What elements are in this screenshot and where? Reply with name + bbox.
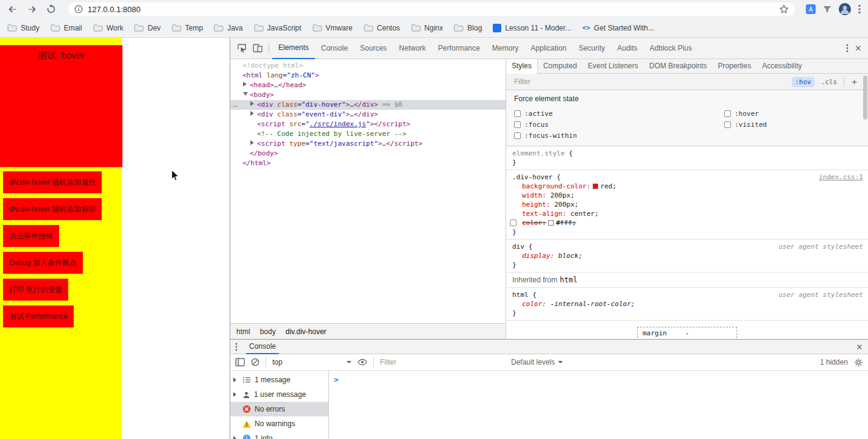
- dom-node-body[interactable]: <body>: [230, 90, 506, 100]
- margin-top-value[interactable]: -: [638, 329, 736, 337]
- refresh-button[interactable]: [45, 3, 57, 15]
- drawer-close-icon[interactable]: [856, 343, 863, 351]
- bookmark-folder[interactable]: Blog: [454, 24, 482, 32]
- hover-test-box[interactable]: 测试 :hover: [0, 45, 122, 167]
- page-button[interactable]: div.div-hover 随机添加属性: [3, 171, 102, 193]
- tab-application[interactable]: Application: [524, 38, 573, 59]
- dom-node-div-hover[interactable]: …<div class="div-hover">…</div> == $0: [230, 100, 506, 110]
- bookmark-folder[interactable]: Study: [7, 24, 40, 32]
- device-toolbar-icon[interactable]: [250, 40, 266, 56]
- css-declaration[interactable]: display: block;: [512, 251, 863, 260]
- bookmark-folder[interactable]: Work: [93, 24, 124, 32]
- tab-performance[interactable]: Performance: [432, 38, 486, 59]
- tab-memory[interactable]: Memory: [486, 38, 524, 59]
- tab-event-listeners[interactable]: Event Listeners: [582, 59, 644, 74]
- site-info-icon[interactable]: [74, 5, 83, 13]
- devtools-menu-icon[interactable]: [846, 44, 849, 52]
- tab-sources[interactable]: Sources: [354, 38, 393, 59]
- element-classes-button[interactable]: .cls: [818, 77, 841, 87]
- styles-scrollbar[interactable]: [863, 74, 868, 339]
- back-button[interactable]: [6, 3, 18, 15]
- breadcrumb-html[interactable]: html: [236, 327, 250, 336]
- bookmark-folder[interactable]: Nginx: [411, 24, 443, 32]
- forward-button[interactable]: [26, 3, 38, 15]
- tab-dom-breakpoints[interactable]: DOM Breakpoints: [644, 59, 713, 74]
- expand-arrow-icon[interactable]: [233, 436, 239, 439]
- css-rule-div-hover[interactable]: .div-hover {index.css:1 background-color…: [506, 170, 868, 240]
- tab-console-drawer[interactable]: Console: [246, 340, 279, 354]
- css-rule-html[interactable]: html {user agent stylesheet color: -inte…: [506, 288, 868, 321]
- console-filter-input[interactable]: Filter: [380, 358, 505, 366]
- element-style-rule[interactable]: element.style { }: [506, 146, 868, 170]
- translate-extension-icon[interactable]: A: [806, 4, 816, 14]
- tab-styles[interactable]: Styles: [506, 59, 538, 74]
- breadcrumb-body[interactable]: body: [260, 327, 276, 336]
- tab-network[interactable]: Network: [393, 38, 432, 59]
- new-style-rule-button[interactable]: +: [848, 76, 861, 88]
- more-actions-marker[interactable]: …: [233, 100, 238, 110]
- inherited-node-link[interactable]: html: [560, 276, 577, 284]
- console-filter-warnings[interactable]: No warnings: [230, 416, 328, 431]
- expand-arrow-icon[interactable]: [233, 377, 239, 382]
- console-filter-errors[interactable]: No errors: [230, 402, 328, 416]
- console-sidebar-toggle-icon[interactable]: [235, 358, 245, 366]
- live-expression-eye-icon[interactable]: [358, 359, 367, 366]
- bookmark-folder[interactable]: Email: [51, 24, 82, 32]
- console-filter-user-messages[interactable]: 1 user message: [230, 387, 328, 402]
- scrollbar-thumb[interactable]: [863, 76, 867, 120]
- dropdown-extension-icon[interactable]: [823, 5, 831, 13]
- tab-computed[interactable]: Computed: [538, 59, 582, 74]
- state-focus[interactable]: :focus: [514, 119, 724, 130]
- dom-node-comment[interactable]: <!-- Code injected by live-server -->: [230, 129, 506, 139]
- toggle-element-state-button[interactable]: :hov: [792, 77, 814, 87]
- expand-arrow-icon[interactable]: [250, 139, 257, 149]
- dom-node-script-src[interactable]: <script src="./src/index.js"></script>: [230, 120, 506, 129]
- console-settings-gear-icon[interactable]: [854, 358, 863, 367]
- checkbox[interactable]: [514, 132, 521, 139]
- console-prompt-icon[interactable]: >: [334, 375, 339, 384]
- resource-link[interactable]: ./src/index.js: [309, 120, 366, 128]
- tab-console[interactable]: Console: [315, 38, 354, 59]
- checkbox[interactable]: [724, 121, 731, 128]
- clear-console-icon[interactable]: [251, 358, 259, 366]
- dom-node-doctype[interactable]: <!doctype html>: [230, 61, 506, 71]
- javascript-context-select[interactable]: top: [272, 358, 351, 366]
- bookmark-folder[interactable]: Java: [214, 24, 242, 32]
- page-button[interactable]: 测试 Performance: [3, 305, 74, 327]
- color-swatch[interactable]: [548, 220, 554, 226]
- dom-node-head[interactable]: <head>…</head>: [230, 80, 506, 90]
- expand-arrow-icon[interactable]: [233, 392, 239, 397]
- dom-node-event-div[interactable]: <div class="event-div">…</div>: [230, 110, 506, 120]
- state-visited[interactable]: :visited: [724, 119, 868, 130]
- dom-node-script-inline[interactable]: <script type="text/javascript">…</script…: [230, 139, 506, 149]
- css-declaration-disabled[interactable]: color:#fff;: [512, 218, 863, 227]
- tab-accessibility[interactable]: Accessibility: [757, 59, 807, 74]
- bookmark-folder[interactable]: Vmware: [312, 24, 353, 32]
- console-filter-messages[interactable]: 1 message: [230, 373, 328, 387]
- breadcrumb-div-hover[interactable]: div.div-hover: [286, 327, 326, 336]
- css-declaration[interactable]: width: 200px;: [512, 191, 863, 200]
- checkbox[interactable]: [514, 110, 521, 117]
- url-text[interactable]: 127.0.0.1:8080: [88, 5, 141, 14]
- page-button[interactable]: 点击事件报错: [3, 225, 59, 247]
- page-button[interactable]: div.div-hover 随机添加标签: [3, 198, 102, 220]
- bookmark-folder[interactable]: Centos: [364, 24, 400, 32]
- stylesheet-source-link[interactable]: index.css:1: [819, 173, 863, 182]
- expand-arrow-icon[interactable]: [243, 80, 250, 90]
- dom-node-body-close[interactable]: </body>: [230, 149, 506, 159]
- styles-filter-input[interactable]: Filter: [514, 77, 531, 86]
- drawer-menu-icon[interactable]: [235, 343, 238, 351]
- log-levels-select[interactable]: Default levels: [511, 358, 563, 366]
- browser-menu-icon[interactable]: [858, 4, 861, 14]
- page-button[interactable]: Debug 加入条件断点: [3, 252, 83, 274]
- bookmark-folder[interactable]: Dev: [134, 24, 160, 32]
- state-focus-within[interactable]: :focus-within: [514, 130, 724, 141]
- dom-node-html[interactable]: <html lang="zh-CN">: [230, 71, 506, 80]
- inspect-element-icon[interactable]: [234, 40, 250, 56]
- state-active[interactable]: :active: [514, 108, 724, 119]
- tab-security[interactable]: Security: [573, 38, 611, 59]
- collapse-arrow-icon[interactable]: [243, 90, 250, 100]
- bookmark-item[interactable]: <>Get Started With...: [582, 24, 654, 32]
- css-declaration[interactable]: text-align: center;: [512, 209, 863, 218]
- bookmark-folder[interactable]: Temp: [172, 24, 203, 32]
